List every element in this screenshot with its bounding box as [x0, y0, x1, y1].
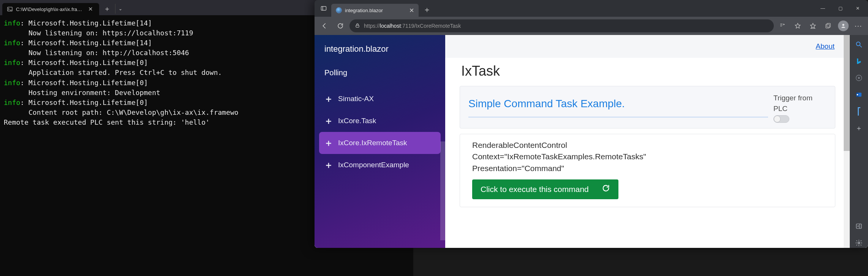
sidebar-item-label: IxComponentExample	[338, 161, 409, 169]
sidebar-item-label: IxCore.Task	[338, 117, 376, 125]
svg-line-9	[860, 46, 862, 48]
tab-actions-icon[interactable]	[318, 3, 329, 14]
window-minimize-button[interactable]: —	[814, 0, 832, 17]
sidebar-scrollbar[interactable]	[440, 141, 445, 240]
svg-point-11	[858, 77, 860, 79]
sidebar-item-simatic-ax[interactable]: ＋ Simatic-AX	[319, 88, 441, 110]
app-sidebar: integration.blazor Polling ＋ Simatic-AX …	[315, 35, 445, 248]
task-card-title: Simple Command Task Example.	[468, 98, 768, 117]
site-favicon-icon	[336, 7, 342, 13]
sidebar-item-ixcore-ixremotetask[interactable]: ＋ IxCore.IxRemoteTask	[319, 132, 441, 154]
sidebar-item-label: Simatic-AX	[338, 95, 374, 103]
log-level: info	[4, 79, 20, 87]
log-level: info	[4, 59, 20, 67]
close-icon[interactable]: ✕	[87, 6, 95, 13]
page-root: integration.blazor Polling ＋ Simatic-AX …	[315, 35, 850, 248]
page-title: IxTask	[445, 58, 850, 83]
sidebar-item-ixcore-task[interactable]: ＋ IxCore.Task	[319, 110, 441, 132]
box-line: Context="IxRemoteTaskExamples.RemoteTask…	[472, 151, 823, 162]
svg-rect-5	[826, 24, 829, 29]
favorite-icon[interactable]	[791, 19, 804, 32]
window-maximize-button[interactable]: ▢	[832, 0, 849, 17]
sidebar-item-label: IxCore.IxRemoteTask	[338, 139, 407, 147]
terminal-tab-title: C:\W\Develop\gh\ix-ax\ix.fra…	[16, 6, 82, 12]
window-controls: — ▢ ✕	[814, 0, 866, 17]
box-line: RenderableContentControl	[472, 140, 823, 151]
svg-point-17	[858, 242, 860, 244]
svg-rect-6	[827, 23, 830, 27]
avatar-icon	[838, 21, 849, 31]
browser-tab-title: integration.blazor	[345, 8, 383, 13]
discover-icon[interactable]	[854, 73, 864, 83]
plus-icon: ＋	[324, 139, 333, 147]
search-icon[interactable]	[854, 40, 864, 49]
svg-rect-1	[321, 6, 326, 10]
collections-icon[interactable]	[822, 19, 835, 32]
toggle-knob-icon	[774, 116, 781, 122]
renderable-content-box: RenderableContentControl Context="IxRemo…	[460, 134, 835, 207]
log-level: info	[4, 19, 20, 27]
edge-sidebar: ⎡ ＋	[850, 35, 868, 248]
terminal-new-tab-button[interactable]: ＋	[99, 2, 115, 16]
sidebar-item-ixcomponentexample[interactable]: ＋ IxComponentExample	[319, 154, 441, 176]
scroll-thumb[interactable]	[844, 35, 850, 151]
svg-rect-3	[356, 25, 359, 27]
profile-button[interactable]	[837, 19, 850, 32]
plus-icon: ＋	[324, 95, 333, 103]
page-topbar: About	[445, 35, 850, 58]
reader-mode-icon[interactable]	[776, 19, 789, 32]
back-button[interactable]	[318, 19, 331, 33]
favorites-bar-icon[interactable]	[806, 19, 819, 32]
sidebar-nav: ＋ Simatic-AX ＋ IxCore.Task ＋ IxCore.IxRe…	[315, 86, 445, 178]
execute-command-button[interactable]: Click to execute this command	[472, 179, 618, 199]
settings-icon[interactable]	[854, 238, 864, 248]
address-bar[interactable]: https://localhost:7119/IxCoreRemoteTask	[349, 19, 774, 32]
svg-point-8	[856, 42, 860, 46]
window-close-button[interactable]: ✕	[849, 0, 866, 17]
svg-rect-15	[856, 224, 862, 228]
app-brand: integration.blazor	[315, 35, 445, 62]
cmd-icon	[7, 6, 13, 12]
svg-point-14	[857, 94, 858, 95]
browser-window: integration.blazor ✕ ＋ — ▢ ✕ https://loc…	[315, 0, 868, 248]
log-level: info	[4, 98, 20, 106]
trigger-toggle[interactable]	[773, 115, 789, 123]
trigger-from-plc: Trigger from PLC	[773, 92, 827, 123]
bing-chat-icon[interactable]	[854, 56, 864, 66]
plus-icon: ＋	[324, 161, 333, 169]
svg-rect-0	[8, 7, 12, 11]
collapse-panel-icon[interactable]	[854, 221, 864, 231]
log-level: info	[4, 39, 20, 47]
refresh-button[interactable]	[334, 19, 347, 33]
page-vertical-scrollbar[interactable]	[844, 35, 850, 242]
url-text: https://localhost:7119/IxCoreRemoteTask	[364, 23, 768, 29]
add-panel-button[interactable]: ＋	[854, 123, 864, 133]
browser-tab[interactable]: integration.blazor ✕	[331, 4, 419, 17]
terminal-tab[interactable]: C:\W\Develop\gh\ix-ax\ix.fra… ✕	[2, 3, 99, 15]
browser-titlebar: integration.blazor ✕ ＋ — ▢ ✕	[315, 0, 868, 17]
browser-toolbar: https://localhost:7119/IxCoreRemoteTask …	[315, 17, 868, 35]
outlook-icon[interactable]	[854, 90, 864, 100]
plus-icon: ＋	[324, 117, 333, 125]
more-menu-button[interactable]: ⋯	[852, 19, 865, 32]
page-main: About IxTask Simple Command Task Example…	[445, 35, 850, 248]
browser-new-tab-button[interactable]: ＋	[419, 3, 435, 16]
polling-label[interactable]: Polling	[315, 62, 445, 86]
svg-point-7	[842, 24, 844, 26]
retry-icon	[602, 184, 610, 195]
terminal-dropdown-button[interactable]: ⌄	[115, 4, 125, 14]
task-card: Simple Command Task Example. Trigger fro…	[460, 86, 835, 128]
about-link[interactable]: About	[816, 42, 835, 51]
execute-command-label: Click to execute this command	[481, 185, 589, 194]
lock-icon	[355, 23, 360, 29]
edge-tools-icon[interactable]: ⎡	[854, 106, 864, 116]
close-icon[interactable]: ✕	[409, 7, 414, 14]
scroll-corner	[844, 242, 850, 248]
box-line: Presentation="Command"	[472, 163, 823, 174]
browser-viewport: integration.blazor Polling ＋ Simatic-AX …	[315, 35, 868, 248]
